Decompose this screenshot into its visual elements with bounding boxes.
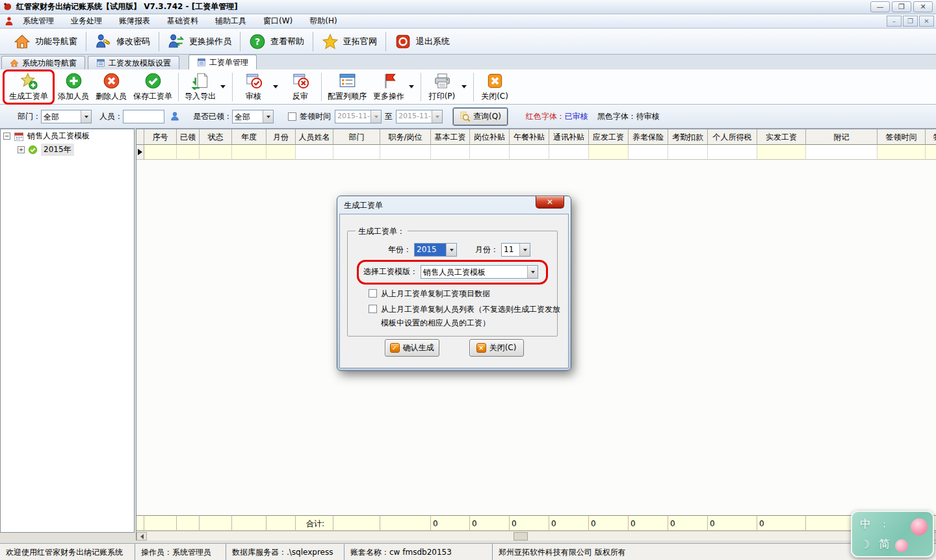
more-actions-button[interactable]: 更多操作 (370, 71, 408, 103)
minimize-button[interactable]: — (870, 1, 890, 12)
collapse-icon[interactable]: − (3, 133, 10, 140)
change-password-button[interactable]: 修改密码 (86, 31, 159, 53)
mdi-restore-button[interactable]: ❐ (903, 16, 918, 27)
entry-cell-13[interactable] (629, 145, 668, 160)
switch-operator-button[interactable]: 更换操作员 (159, 31, 240, 53)
menu-business-processing[interactable]: 业务处理 (62, 14, 110, 28)
horizontal-scrollbar[interactable] (136, 531, 936, 541)
column-header-13[interactable]: 养老保险 (629, 129, 668, 145)
ime-punctuation-indicator[interactable]: ； (880, 518, 889, 530)
save-payslip-button[interactable]: 保存工资单 (130, 71, 176, 103)
column-header-12[interactable]: 应发工资 (589, 129, 629, 145)
entry-cell-4[interactable] (266, 145, 296, 160)
ime-moon-icon[interactable]: ☽ (860, 538, 870, 551)
copy-items-checkbox[interactable] (369, 289, 377, 298)
entry-cell-7[interactable] (380, 145, 431, 160)
restore-button[interactable]: ❐ (892, 1, 911, 12)
menu-account-reports[interactable]: 账簿报表 (110, 14, 159, 28)
dropdown-arrow-icon[interactable] (273, 85, 278, 88)
dropdown-arrow-icon[interactable] (220, 85, 226, 88)
entry-cell-15[interactable] (708, 145, 757, 160)
add-person-button[interactable]: 添加人员 (55, 71, 92, 103)
tab-system-nav[interactable]: 系统功能导航窗 (1, 56, 85, 70)
tree-year-label[interactable]: 2015年 (41, 144, 74, 156)
entry-cell-1[interactable] (177, 145, 200, 160)
copy-persons-option[interactable]: 从上月工资单复制人员列表（不复选则生成工资发放模板中设置的相应人员的工资） (369, 303, 562, 330)
configure-columns-button[interactable]: 配置列顺序 (324, 71, 370, 103)
entry-cell-19[interactable] (926, 145, 936, 160)
ime-language-indicator[interactable]: 中 (860, 516, 871, 531)
generate-payslip-button[interactable]: 生成工资单 (6, 71, 51, 103)
person-input[interactable] (123, 110, 164, 123)
entry-cell-8[interactable] (431, 145, 470, 160)
column-header-15[interactable]: 个人所得税 (708, 129, 757, 145)
column-header-5[interactable]: 人员姓名 (296, 129, 333, 145)
month-dropdown-button[interactable] (519, 244, 530, 256)
close-button[interactable]: 关闭(C) (476, 71, 513, 103)
date-to-picker[interactable]: 2015-11-27 (396, 110, 443, 123)
column-header-17[interactable]: 附记 (806, 129, 878, 145)
column-header-11[interactable]: 通讯补贴 (549, 129, 589, 145)
copy-persons-checkbox[interactable] (369, 305, 377, 313)
entry-cell-3[interactable] (232, 145, 266, 160)
dept-combobox[interactable]: 全部 (41, 110, 92, 123)
received-combobox[interactable]: 全部 (232, 110, 274, 123)
column-header-3[interactable]: 年度 (232, 129, 266, 145)
tab-payslip-management[interactable]: 工资单管理 (188, 55, 257, 70)
close-window-button[interactable]: ✕ (913, 1, 933, 12)
unaudit-button[interactable]: 反审 (282, 71, 318, 103)
entry-cell-16[interactable] (757, 145, 806, 160)
year-dropdown-button[interactable] (446, 244, 456, 256)
menu-basic-data[interactable]: 基础资料 (159, 14, 207, 28)
menu-auxiliary-tools[interactable]: 辅助工具 (207, 14, 255, 28)
column-header-19[interactable]: 签领人 (926, 129, 936, 145)
sign-time-checkbox[interactable] (288, 112, 296, 121)
delete-person-button[interactable]: 删除人员 (92, 71, 130, 103)
column-header-0[interactable]: 序号 (144, 129, 177, 145)
entry-cell-12[interactable] (589, 145, 629, 160)
query-button[interactable]: 查询(Q) (453, 108, 508, 125)
audit-button[interactable]: 审核 (235, 71, 272, 103)
tree-root-item[interactable]: − 销售人员工资模板 (1, 129, 134, 143)
template-dropdown-button[interactable] (527, 266, 538, 278)
date-from-picker[interactable]: 2015-11-01 (335, 110, 382, 123)
entry-cell-18[interactable] (878, 145, 926, 160)
column-header-7[interactable]: 职务/岗位 (380, 129, 431, 145)
tree-root-label[interactable]: 销售人员工资模板 (27, 131, 90, 142)
template-combobox[interactable]: 销售人员工资模板 (421, 265, 538, 279)
nav-window-button[interactable]: 功能导航窗 (5, 31, 86, 53)
column-header-2[interactable]: 状态 (200, 129, 232, 145)
dept-dropdown-button[interactable] (81, 110, 91, 123)
entry-cell-9[interactable] (470, 145, 510, 160)
scroll-left-button[interactable] (136, 532, 147, 541)
entry-cell-2[interactable] (200, 145, 232, 160)
entry-cell-14[interactable] (668, 145, 708, 160)
scrollbar-thumb[interactable] (514, 532, 528, 541)
tab-salary-template-setup[interactable]: 工资发放模版设置 (88, 56, 179, 70)
month-combobox[interactable]: 11 (501, 243, 530, 257)
entry-cell-5[interactable] (296, 145, 333, 160)
column-header-1[interactable]: 已领 (177, 129, 200, 145)
date-from-dropdown-button[interactable] (370, 110, 381, 123)
person-icon[interactable] (170, 111, 180, 121)
menu-window[interactable]: 窗口(W) (255, 14, 301, 28)
entry-cell-6[interactable] (333, 145, 380, 160)
entry-cell-11[interactable] (549, 145, 589, 160)
dialog-close-action-button[interactable]: × 关闭(C) (469, 339, 524, 357)
dropdown-arrow-icon[interactable] (409, 85, 414, 88)
print-button[interactable]: 打印(P) (424, 71, 460, 103)
ime-panel[interactable]: 中 ； ☽ 简 (851, 511, 934, 557)
copy-items-option[interactable]: 从上月工资单复制工资项目数据 (369, 287, 562, 301)
mdi-close-button[interactable]: ✕ (919, 16, 934, 27)
column-header-10[interactable]: 午餐补贴 (510, 129, 549, 145)
column-header-6[interactable]: 部门 (333, 129, 380, 145)
column-header-9[interactable]: 岗位补贴 (470, 129, 510, 145)
ime-charset-indicator[interactable]: 简 (879, 537, 890, 552)
exit-system-button[interactable]: 退出系统 (386, 31, 458, 53)
tree-year-item[interactable]: + 2015年 (1, 143, 134, 157)
mdi-minimize-button[interactable]: – (887, 16, 902, 27)
menu-system-management[interactable]: 系统管理 (14, 14, 62, 28)
expand-icon[interactable]: + (18, 146, 25, 153)
column-header-4[interactable]: 月份 (266, 129, 296, 145)
column-header-16[interactable]: 实发工资 (757, 129, 806, 145)
